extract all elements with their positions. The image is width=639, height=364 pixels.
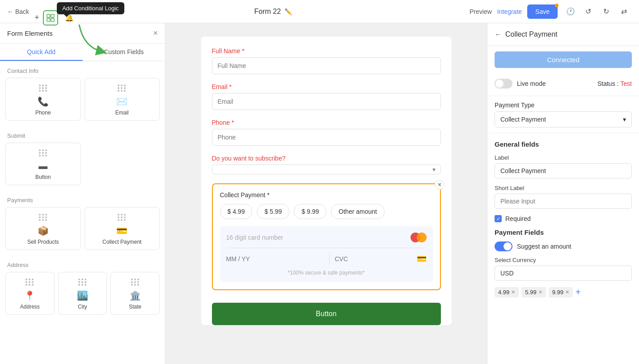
form-card: Full Name * Email * Phone * [201,37,452,325]
sidebar-item-email[interactable]: ✉️ Email [85,78,160,121]
settings-icon[interactable]: ⇄ [617,4,632,19]
amount-tag-0: 4.99 ✕ [495,287,519,297]
currency-field-label: Select Currency [495,257,632,263]
sidebar-close-button[interactable]: × [153,29,158,38]
suggest-amount-toggle[interactable] [495,241,512,251]
form-canvas: Full Name * Email * Phone * [165,23,487,364]
mm-yy-wrapper [226,254,324,264]
toolbar-icons: 🕐 ↺ ↻ ⇄ [563,4,632,19]
label-field-input[interactable] [495,163,632,178]
amount-btn-0[interactable]: $ 4.99 [220,204,253,219]
check-icon: ✓ [496,216,500,222]
collect-payment-label: Collect Payment [102,239,141,245]
subscribe-select[interactable] [212,165,441,174]
sidebar-item-address[interactable]: 📍 Address [5,272,55,315]
section-title-address: Address [0,255,165,272]
tooltip-label: Add Conditional Logic [62,5,118,12]
dots-button [39,149,47,157]
dots-city [78,279,87,286]
dots-phone [39,85,47,92]
payment-section: ✕ Collect Payment * $ 4.99 $ 5.99 $ 9.99… [212,183,441,290]
full-name-field: Full Name * [212,47,441,74]
required-label: Required [505,215,531,222]
remove-amount-0[interactable]: ✕ [511,289,515,295]
amount-btn-2[interactable]: $ 9.99 [294,204,326,219]
dots-address [25,279,34,286]
conditional-logic-icon-btn[interactable] [43,10,58,25]
remove-amount-1[interactable]: ✕ [538,289,542,295]
mm-yy-input[interactable] [226,254,324,264]
tooltip: Add Conditional Logic [57,2,124,14]
live-mode-section: Live mode Status : Test [487,73,639,94]
required-row: ✓ Required [495,215,632,222]
amount-btn-1[interactable]: $ 5.99 [257,204,289,219]
top-bar-left: ← Back Add Conditional Logic + [7,0,77,25]
add-conditional-logic-area: Add Conditional Logic + 🔔 [34,0,77,25]
full-name-label: Full Name * [212,47,441,55]
plus-icon[interactable]: + [34,13,39,22]
currency-field-group: Select Currency [495,257,632,281]
payment-type-select[interactable]: Collect Payment ▾ [495,111,632,127]
full-name-input[interactable] [212,57,441,74]
integrate-link[interactable]: Integrate [497,8,522,15]
sidebar-item-city[interactable]: 🏙️ City [58,272,107,315]
sidebar-item-state[interactable]: 🏛️ State [110,272,160,315]
section-title-contact-info: Contact Info [0,61,165,78]
card-section: 16 digit card number 💳 [220,226,433,282]
grid-icon [47,14,55,22]
undo-icon[interactable]: ↺ [581,4,596,19]
redo-icon[interactable]: ↻ [599,4,614,19]
email-label-field: Email * [212,83,441,90]
cvc-card-icon: 💳 [417,254,427,264]
back-arrow-icon: ← [7,8,13,15]
phone-input[interactable] [212,129,441,146]
mastercard-icon [410,233,427,242]
live-mode-row: Live mode Status : Test [495,79,632,89]
amount-tag-2: 9.99 ✕ [549,287,573,297]
currency-select[interactable] [495,266,632,281]
subscribe-select-wrapper: ▾ [212,165,441,174]
payment-type-section: Payment Type Collect Payment ▾ [487,98,639,131]
save-button[interactable]: Save [527,4,558,19]
form-title-area: Form 22 ✏️ [254,8,292,16]
sidebar-title: Form Elements [7,30,53,37]
submit-button[interactable]: Button [212,303,441,325]
suggest-amount-label: Suggest an amount [517,243,571,250]
tab-quick-add[interactable]: Quick Add [0,44,83,61]
right-panel-back-button[interactable]: ← [495,30,502,38]
required-checkbox[interactable]: ✓ [495,215,502,222]
amount-btn-other[interactable]: Other amount [331,204,385,219]
email-icon: ✉️ [116,96,127,107]
dots-sell [39,214,47,221]
remove-amount-2[interactable]: ✕ [565,289,569,295]
payment-close-button[interactable]: ✕ [435,180,444,190]
live-mode-toggle[interactable] [495,79,512,89]
email-input[interactable] [212,93,441,110]
sidebar-item-collect-payment[interactable]: 💳 Collect Payment [85,207,160,250]
preview-link[interactable]: Preview [470,8,492,15]
payment-section-title: Collect Payment * [220,191,433,199]
sidebar-item-sell-products[interactable]: 📦 Sell Products [5,207,81,250]
short-label-field-input[interactable] [495,194,632,209]
cvc-input[interactable] [335,254,417,264]
top-bar: ← Back Add Conditional Logic + [0,0,639,23]
payment-type-label: Payment Type [495,102,632,109]
connected-badge: Connected [495,51,632,68]
payment-type-select-arrow: ▾ [623,116,626,123]
tooltip-arrow-graphic [75,20,110,56]
email-field: Email * [212,83,441,110]
edit-title-icon[interactable]: ✏️ [284,8,292,15]
address-label: Address [20,304,40,310]
amount-tags: 4.99 ✕ 5.99 ✕ 9.99 ✕ + [495,287,632,297]
add-amount-button[interactable]: + [576,287,581,297]
amount-options: $ 4.99 $ 5.99 $ 9.99 Other amount [220,204,433,219]
city-label: City [78,304,87,310]
back-button[interactable]: ← Back [7,8,29,15]
dots-state [131,279,140,286]
sidebar-item-phone[interactable]: 📞 Phone [5,78,81,121]
sidebar-item-button[interactable]: ▬ Button [5,143,81,185]
right-panel: ← Collect Payment Connected Live mode St… [487,23,639,364]
history-icon[interactable]: 🕐 [563,4,578,19]
payments-grid: 📦 Sell Products 💳 Collect Payment [0,207,165,255]
right-panel-header: ← Collect Payment [487,23,639,46]
